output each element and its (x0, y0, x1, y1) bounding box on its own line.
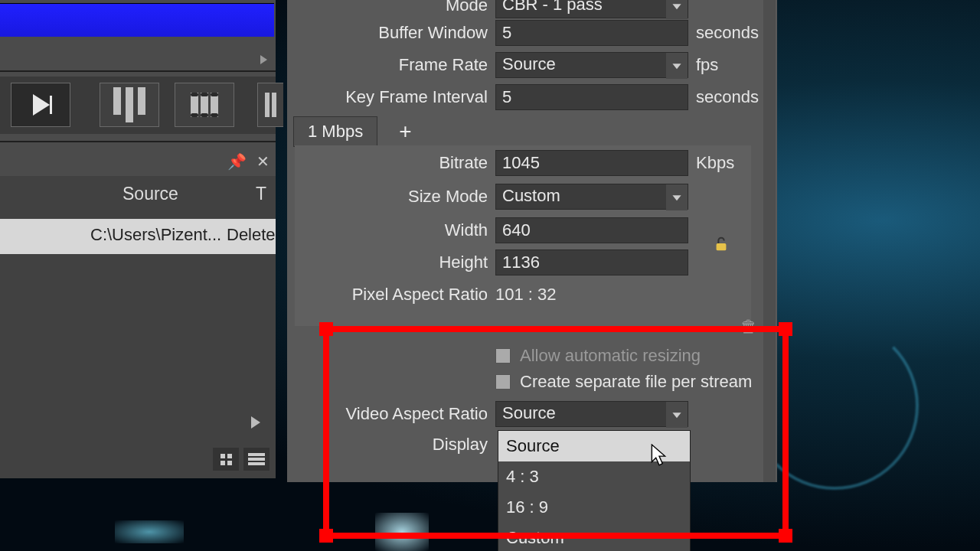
height-label: Height (295, 253, 488, 272)
preview-toolbar (0, 77, 276, 134)
background-glow (375, 513, 429, 551)
video-aspect-label: Video Aspect Ratio (287, 404, 488, 424)
bitrate-label: Bitrate (295, 153, 488, 173)
panel-controls: 📌 ✕ (0, 149, 276, 172)
pin-icon[interactable]: 📌 (227, 152, 247, 171)
size-mode-label: Size Mode (295, 187, 488, 207)
view-switcher (213, 448, 270, 471)
pixel-aspect-label: Pixel Aspect Ratio (295, 285, 488, 305)
buffer-window-unit: seconds (696, 23, 759, 43)
dropdown-option-16-9[interactable]: 16 : 9 (498, 492, 690, 523)
svg-rect-1 (50, 96, 52, 114)
svg-marker-4 (672, 195, 681, 201)
list-view-button[interactable] (243, 448, 270, 471)
key-frame-unit: seconds (696, 87, 759, 107)
pixel-aspect-value: 101 : 32 (495, 285, 557, 305)
layout-columns-button[interactable] (100, 83, 159, 127)
source-panel: Source T C:\Users\Pizent... Delete (0, 176, 276, 478)
key-frame-input[interactable] (495, 84, 688, 110)
allow-resize-checkbox[interactable] (495, 348, 511, 364)
height-input[interactable] (495, 249, 688, 276)
separate-file-label: Create separate file per stream (520, 372, 752, 392)
mode-label: Mode (287, 0, 488, 15)
left-panel: 📌 ✕ Source T C:\Users\Pizent... Delete (0, 0, 276, 478)
frame-rate-label: Frame Rate (287, 55, 488, 75)
bitrate-input[interactable] (495, 150, 688, 176)
play-icon[interactable] (251, 416, 260, 429)
add-tab-button[interactable]: + (399, 119, 411, 144)
panel-expand-arrow[interactable] (260, 55, 267, 64)
key-frame-label: Key Frame Interval (287, 87, 488, 107)
video-aspect-value: Source (502, 403, 556, 422)
svg-marker-2 (672, 4, 681, 9)
width-input[interactable] (495, 217, 688, 243)
svg-marker-6 (672, 412, 681, 418)
dropdown-option-custom[interactable]: Custom (498, 523, 690, 551)
divider (0, 70, 276, 72)
cursor-icon (651, 444, 668, 467)
allow-resize-label: Allow automatic resizing (520, 346, 701, 366)
source-row[interactable]: C:\Users\Pizent... Delete (0, 219, 276, 254)
column-source: Source (122, 184, 178, 204)
grid-view-button[interactable] (213, 448, 239, 471)
bitrate-group: Bitrate Kbps Size Mode Custom Width Heig… (295, 145, 751, 326)
video-aspect-select[interactable]: Source (495, 401, 688, 427)
size-mode-select[interactable]: Custom (495, 184, 688, 210)
buffer-window-label: Buffer Window (287, 23, 488, 43)
play-button[interactable] (11, 83, 70, 127)
frame-rate-value: Source (502, 54, 556, 73)
encoding-settings-dialog: Mode CBR - 1 pass Buffer Window seconds … (287, 0, 777, 482)
buffer-window-input[interactable] (495, 20, 688, 46)
filmstrip-button[interactable] (175, 83, 234, 127)
display-label: Display (287, 435, 488, 455)
column-t: T (256, 184, 266, 204)
timeline-strip[interactable] (0, 3, 274, 37)
divider (0, 141, 276, 142)
svg-marker-7 (652, 445, 665, 465)
svg-marker-0 (33, 94, 50, 116)
chevron-down-icon (666, 53, 688, 79)
close-icon[interactable]: ✕ (256, 152, 270, 171)
size-mode-value: Custom (502, 186, 560, 205)
mode-select[interactable]: CBR - 1 pass (495, 0, 688, 18)
chevron-down-icon (666, 184, 688, 210)
chevron-down-icon (666, 402, 688, 428)
source-delete[interactable]: Delete (227, 225, 276, 245)
source-path: C:\Users\Pizent... (90, 225, 221, 245)
bitrate-unit: Kbps (696, 153, 734, 173)
mode-value: CBR - 1 pass (502, 0, 603, 14)
trash-icon[interactable]: 🗑 (740, 317, 757, 337)
bitrate-tab[interactable]: 1 Mbps (293, 116, 377, 147)
separate-file-checkbox[interactable] (495, 374, 511, 390)
frame-rate-unit: fps (696, 55, 718, 75)
chevron-down-icon (666, 0, 688, 19)
width-label: Width (295, 220, 488, 240)
frame-rate-select[interactable]: Source (495, 52, 688, 78)
filmstrip-button-2[interactable] (257, 83, 283, 127)
svg-marker-3 (672, 64, 681, 69)
background-glow (115, 520, 184, 543)
